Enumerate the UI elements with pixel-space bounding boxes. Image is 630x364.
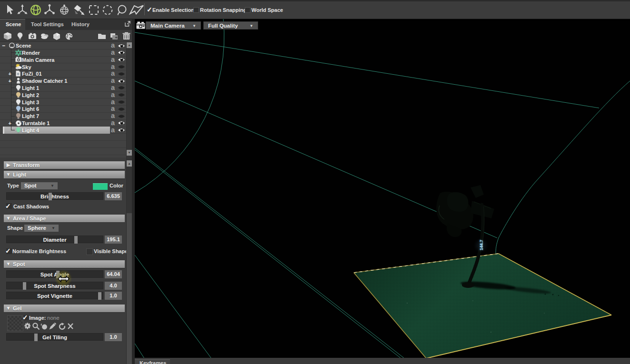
svg-text:144.7: 144.7 <box>479 240 484 250</box>
